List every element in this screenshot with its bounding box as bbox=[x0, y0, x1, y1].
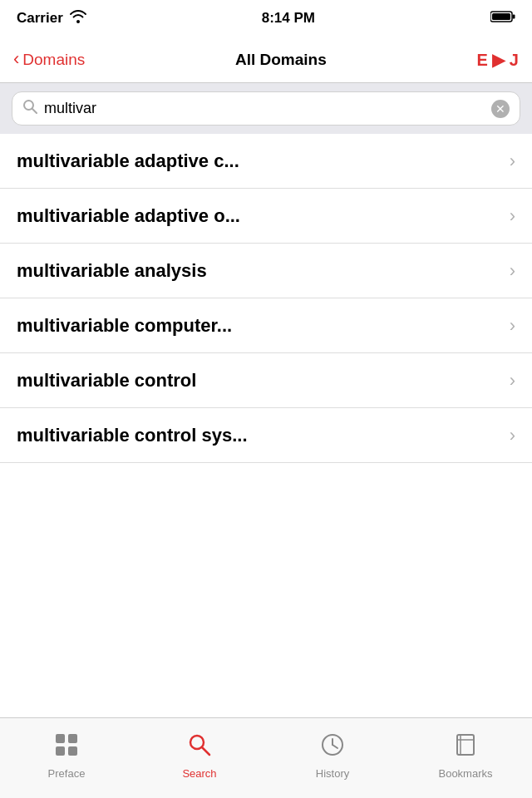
svg-rect-14 bbox=[457, 735, 474, 755]
search-icon bbox=[22, 99, 37, 118]
search-bar: ✕ bbox=[0, 83, 532, 134]
list-chevron-icon: › bbox=[510, 205, 515, 227]
list-item-label: multivariable adaptive c... bbox=[17, 150, 503, 172]
list-item-label: multivariable control bbox=[17, 370, 503, 392]
grid-icon bbox=[53, 732, 80, 764]
back-button[interactable]: ‹ Domains bbox=[13, 51, 85, 69]
search-input[interactable] bbox=[44, 100, 485, 117]
svg-line-13 bbox=[332, 745, 337, 748]
book-icon bbox=[452, 732, 479, 764]
list-item-label: multivariable control sys... bbox=[17, 425, 503, 446]
battery-icon bbox=[490, 10, 515, 27]
back-label: Domains bbox=[22, 51, 85, 69]
svg-rect-8 bbox=[68, 746, 77, 756]
list-item-label: multivariable computer... bbox=[17, 315, 503, 337]
list-item[interactable]: multivariable adaptive c... › bbox=[0, 134, 532, 189]
list-chevron-icon: › bbox=[510, 315, 515, 337]
list-item[interactable]: multivariable computer... › bbox=[0, 298, 532, 353]
tab-bookmarks-label: Bookmarks bbox=[438, 767, 492, 780]
list-item[interactable]: multivariable adaptive o... › bbox=[0, 189, 532, 244]
clock-icon bbox=[319, 732, 346, 764]
list-item[interactable]: multivariable analysis › bbox=[0, 244, 532, 298]
tab-bar: Preface Search History bbox=[0, 717, 532, 798]
clear-search-button[interactable]: ✕ bbox=[491, 100, 510, 118]
list-container: multivariable adaptive c... › multivaria… bbox=[0, 134, 532, 463]
carrier-label: Carrier bbox=[17, 10, 63, 27]
list-item-label: multivariable analysis bbox=[17, 260, 503, 282]
back-chevron-icon: ‹ bbox=[13, 50, 19, 68]
svg-rect-5 bbox=[56, 734, 65, 743]
tab-history[interactable]: History bbox=[266, 718, 399, 798]
tab-preface[interactable]: Preface bbox=[0, 718, 133, 798]
search-tab-icon bbox=[186, 732, 213, 764]
svg-rect-1 bbox=[513, 15, 515, 19]
svg-rect-2 bbox=[492, 13, 510, 20]
list-chevron-icon: › bbox=[510, 260, 515, 282]
list-item[interactable]: multivariable control › bbox=[0, 353, 532, 408]
tab-history-label: History bbox=[316, 767, 349, 780]
search-input-wrapper: ✕ bbox=[12, 91, 520, 126]
wifi-icon bbox=[70, 10, 86, 27]
status-time: 8:14 PM bbox=[262, 10, 315, 27]
list-chevron-icon: › bbox=[510, 370, 515, 392]
svg-rect-6 bbox=[68, 734, 77, 743]
tab-search-label: Search bbox=[182, 767, 216, 780]
list-item[interactable]: multivariable control sys... › bbox=[0, 408, 532, 463]
tab-search[interactable]: Search bbox=[133, 718, 266, 798]
svg-line-10 bbox=[203, 747, 210, 755]
svg-point-9 bbox=[190, 736, 204, 749]
list-chevron-icon: › bbox=[510, 425, 515, 446]
nav-bar: ‹ Domains All Domains E ▶ J bbox=[0, 37, 532, 83]
nav-title: All Domains bbox=[235, 51, 327, 69]
tab-preface-label: Preface bbox=[48, 767, 86, 780]
tab-bookmarks[interactable]: Bookmarks bbox=[399, 718, 532, 798]
list-item-label: multivariable adaptive o... bbox=[17, 205, 503, 227]
list-chevron-icon: › bbox=[510, 150, 515, 172]
svg-line-4 bbox=[32, 109, 37, 113]
svg-rect-7 bbox=[56, 746, 65, 756]
results-list: multivariable adaptive c... › multivaria… bbox=[0, 134, 532, 717]
status-bar: Carrier 8:14 PM bbox=[0, 0, 532, 37]
nav-right-label[interactable]: E ▶ J bbox=[476, 50, 519, 70]
